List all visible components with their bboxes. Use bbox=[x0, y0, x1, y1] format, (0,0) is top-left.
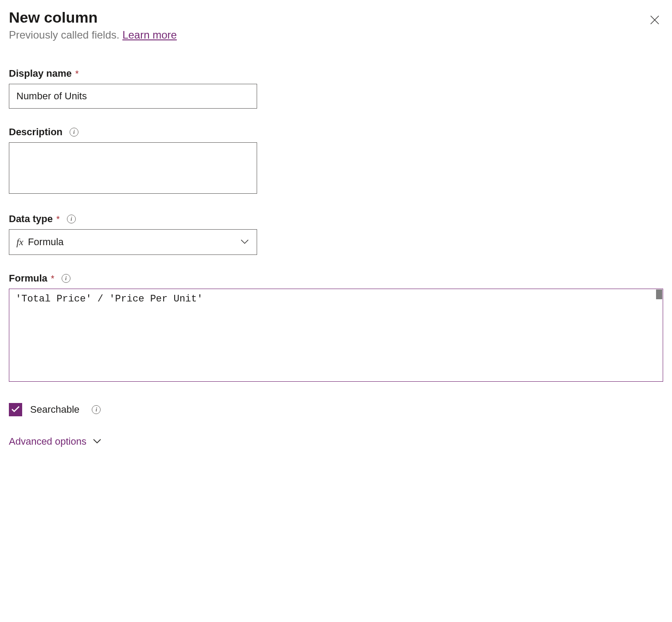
data-type-group: Data type * i fx Formula bbox=[9, 213, 663, 255]
subtitle-text: Previously called fields. bbox=[9, 29, 122, 41]
required-indicator: * bbox=[51, 274, 55, 284]
panel-header: New column Previously called fields. Lea… bbox=[9, 9, 663, 41]
close-icon bbox=[650, 15, 660, 26]
searchable-label: Searchable bbox=[30, 404, 79, 415]
info-icon[interactable]: i bbox=[92, 405, 101, 414]
panel-subtitle: Previously called fields. Learn more bbox=[9, 29, 177, 41]
chevron-down-icon bbox=[93, 438, 102, 446]
required-indicator: * bbox=[75, 69, 79, 79]
display-name-input[interactable] bbox=[9, 84, 257, 109]
info-icon[interactable]: i bbox=[67, 215, 76, 223]
searchable-row: Searchable i bbox=[9, 403, 663, 416]
data-type-label: Data type bbox=[9, 213, 53, 225]
formula-group: Formula * i bbox=[9, 273, 663, 383]
data-type-value: Formula bbox=[28, 236, 64, 248]
advanced-options-label: Advanced options bbox=[9, 436, 86, 447]
formula-input[interactable] bbox=[9, 289, 663, 382]
scrollbar-thumb[interactable] bbox=[656, 289, 662, 299]
description-group: Description i bbox=[9, 126, 663, 196]
description-label: Description bbox=[9, 126, 63, 138]
info-icon[interactable]: i bbox=[62, 274, 70, 283]
panel-title: New column bbox=[9, 9, 177, 26]
learn-more-link[interactable]: Learn more bbox=[122, 29, 177, 41]
display-name-group: Display name * bbox=[9, 68, 663, 109]
checkmark-icon bbox=[11, 406, 20, 414]
info-icon[interactable]: i bbox=[70, 128, 78, 137]
formula-label: Formula bbox=[9, 273, 47, 284]
advanced-options-toggle[interactable]: Advanced options bbox=[9, 436, 663, 447]
searchable-checkbox[interactable] bbox=[9, 403, 22, 416]
display-name-label: Display name bbox=[9, 68, 72, 79]
fx-icon: fx bbox=[16, 236, 23, 248]
data-type-select[interactable]: fx Formula bbox=[9, 229, 257, 255]
required-indicator: * bbox=[56, 214, 60, 224]
description-input[interactable] bbox=[9, 142, 257, 194]
close-button[interactable] bbox=[646, 12, 663, 30]
